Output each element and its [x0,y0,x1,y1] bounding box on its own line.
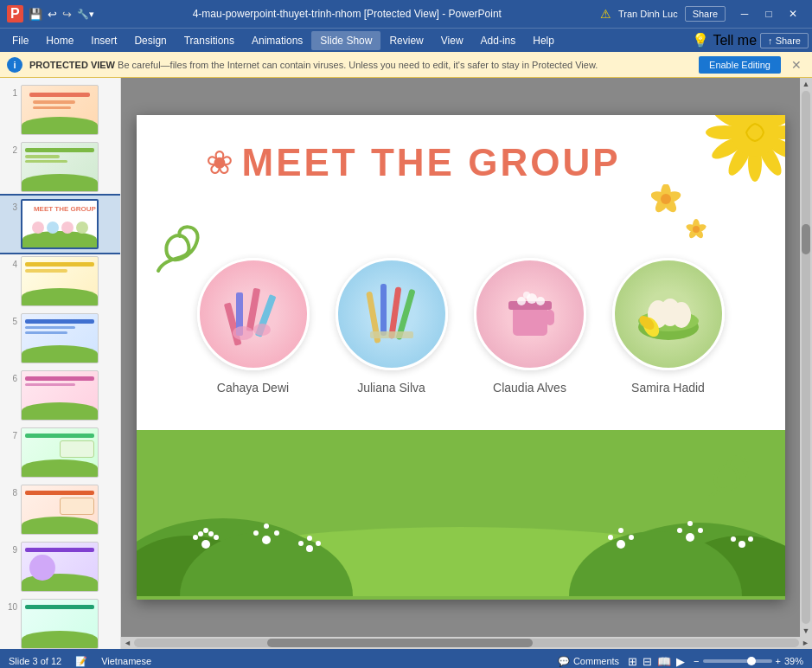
slide-thumbnail-7[interactable]: 7 [0,424,120,481]
scroll-thumb[interactable] [802,224,810,254]
window-title: 4-mau-powerpoint-thuyet-trinh-nhom [Prot… [94,8,600,20]
people-row: Cahaya Dewi [137,258,785,395]
svg-point-80 [731,536,736,542]
person-circle-juliana [336,258,448,370]
menu-file[interactable]: File [3,31,37,50]
slide-5-thumbnail [21,313,99,363]
zoom-in-button[interactable]: + [776,656,781,666]
svg-point-65 [274,530,279,536]
svg-point-74 [618,528,623,533]
svg-point-39 [517,297,526,305]
svg-point-72 [608,535,613,540]
slide-area: ❀ MEET THE GROUP [121,78,812,649]
menu-view[interactable]: View [432,31,472,50]
zoom-level: 39% [784,656,803,666]
slide-thumbnail-2[interactable]: 2 [0,138,120,196]
scroll-right-button[interactable]: ► [802,639,809,647]
scroll-down-button[interactable]: ▼ [802,626,810,635]
share-button[interactable]: Share [685,6,726,22]
sun-svg [664,115,785,236]
h-scroll-thumb[interactable] [267,639,534,647]
comments-icon: 💬 [558,656,570,667]
scroll-left-button[interactable]: ◄ [124,639,131,647]
svg-point-62 [208,531,214,536]
presenter-view-icon[interactable]: ▶ [676,655,685,668]
reading-view-icon[interactable]: 📖 [657,655,671,668]
svg-point-29 [233,326,253,340]
share-menu-button[interactable]: ↑ Share [760,33,809,48]
slide-thumbnail-3[interactable]: 3 MEET THE GROUP [0,196,120,253]
powerpoint-icon: P [7,5,23,22]
slide-1-thumbnail [21,85,99,135]
slide-thumbnail-10[interactable]: 10 [0,595,120,649]
menu-animations[interactable]: Animations [243,31,311,50]
slide-scroll-area: ❀ MEET THE GROUP [121,78,812,637]
comments-button[interactable]: 💬 Comments [558,656,619,667]
undo-icon[interactable]: ↩ [48,8,57,21]
warning-icon: ⚠ [600,7,611,21]
notes-icon[interactable]: 📝 [75,656,87,667]
menu-design[interactable]: Design [125,31,175,50]
slide-7-thumbnail [21,427,99,478]
zoom-out-button[interactable]: − [694,656,699,666]
slide-thumbnail-6[interactable]: 6 [0,367,120,424]
slide-panel[interactable]: 1 2 3 MEET THE GROUP [0,78,121,649]
person-circle-claudia [474,258,586,370]
tell-me-input[interactable]: 💡 Tell me [692,32,757,48]
slide-8-thumbnail [21,485,99,535]
slide-thumbnail-5[interactable]: 5 [0,310,120,367]
svg-point-60 [203,528,208,533]
yellow-flower-2 [686,219,707,244]
svg-point-71 [617,540,625,549]
slide-thumbnail-9[interactable]: 9 [0,538,120,595]
menu-addins[interactable]: Add-ins [472,31,525,50]
vertical-scrollbar[interactable]: ▲ ▼ [800,78,812,637]
svg-point-66 [264,523,269,529]
close-button[interactable]: ✕ [781,2,805,26]
svg-point-24 [693,226,700,233]
save-icon[interactable]: 💾 [29,8,42,21]
enable-editing-button[interactable]: Enable Editing [699,56,781,74]
person-juliana: Juliana Silva [336,258,448,395]
title-bar-left: P 💾 ↩ ↪ 🔧▾ [7,5,94,22]
customize-icon[interactable]: 🔧▾ [77,9,94,20]
slide-3-thumbnail: MEET THE GROUP [21,199,99,249]
slide-thumbnail-1[interactable]: 1 [0,81,120,138]
svg-rect-35 [370,331,413,338]
redo-icon[interactable]: ↪ [62,8,72,21]
slide-4-thumbnail [21,256,99,306]
person-circle-samira [612,258,725,370]
svg-point-61 [198,531,203,536]
zoom-slider[interactable] [703,659,772,663]
slide-6-thumbnail [21,370,99,421]
scroll-up-button[interactable]: ▲ [802,80,810,88]
menu-help[interactable]: Help [524,31,563,50]
menu-slideshow[interactable]: Slide Show [311,31,380,50]
slide-thumbnail-4[interactable]: 4 [0,253,120,310]
status-bar-right: 💬 Comments ⊞ ⊟ 📖 ▶ − + 39% [558,655,803,668]
menu-transitions[interactable]: Transitions [176,31,243,50]
svg-point-68 [298,541,304,546]
menu-home[interactable]: Home [37,31,82,50]
window-controls: ─ □ ✕ [732,2,805,26]
svg-point-42 [523,292,530,299]
slide-sorter-icon[interactable]: ⊟ [643,655,652,668]
horizontal-scrollbar[interactable]: ◄ ► [121,637,812,649]
minimize-button[interactable]: ─ [732,2,757,26]
svg-point-59 [214,535,219,540]
slide-title-text: MEET THE GROUP [242,141,621,184]
protected-view-bar: i PROTECTED VIEW Be careful—files from t… [0,52,812,78]
person-cahaya: Cahaya Dewi [197,258,310,395]
svg-point-78 [687,521,693,526]
svg-point-73 [629,535,634,540]
maximize-button[interactable]: □ [757,2,781,26]
title-bar: P 💾 ↩ ↪ 🔧▾ 4-mau-powerpoint-thuyet-trinh… [0,0,812,28]
slide-thumbnail-8[interactable]: 8 [0,481,120,538]
svg-point-75 [686,533,694,542]
zoom-controls[interactable]: − + 39% [694,656,803,666]
normal-view-icon[interactable]: ⊞ [628,655,637,668]
menu-insert[interactable]: Insert [82,31,125,50]
close-protected-bar-button[interactable]: ✕ [788,56,805,74]
menu-review[interactable]: Review [380,31,432,50]
user-info: Tran Dinh Luc [618,9,678,19]
